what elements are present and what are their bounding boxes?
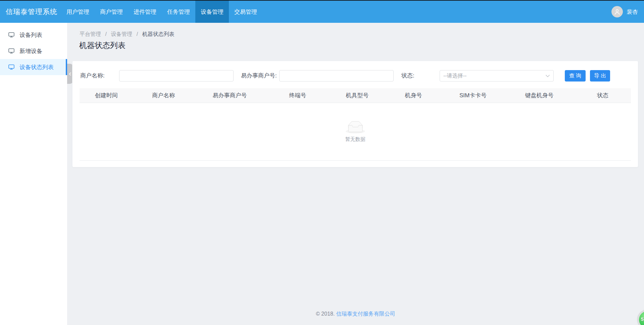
column-header-create-time: 创建时间 [80, 92, 133, 99]
avatar [611, 6, 623, 17]
column-header-machine-model: 机具型号 [330, 92, 385, 99]
content-card: 商户名称: 易办事商户号: 状态: --请选择-- 查 询 导 出 创建时间 商… [72, 61, 638, 167]
nav-item-user-mgmt[interactable]: 用户管理 [61, 1, 95, 23]
breadcrumb-separator: / [137, 31, 138, 37]
username: 裴杏 [627, 8, 638, 16]
breadcrumb: 平台管理 / 设备管理 / 机器状态列表 [80, 31, 175, 38]
status-label: 状态: [401, 70, 414, 82]
chevron-left-icon: ‹ [69, 70, 71, 77]
column-header-ybs-merchant-no: 易办事商户号 [194, 92, 266, 99]
sidebar-item-add-device[interactable]: 新增设备 [0, 43, 67, 59]
sidebar-item-label: 设备状态列表 [19, 63, 54, 71]
nav-label: 用户管理 [66, 8, 89, 16]
monitor-icon [8, 64, 14, 70]
sidebar-item-device-list[interactable]: 设备列表 [0, 27, 67, 43]
main-content: ‹ 平台管理 / 设备管理 / 机器状态列表 机器状态列表 商户名称: 易办事商… [67, 23, 644, 325]
status-select[interactable]: --请选择-- [440, 70, 554, 82]
nav-label: 交易管理 [234, 8, 257, 16]
nav-label: 设备管理 [201, 8, 224, 16]
column-header-sim-card-no: SIM卡卡号 [442, 92, 504, 99]
filter-bar: 商户名称: 易办事商户号: 状态: --请选择-- 查 询 导 出 [80, 70, 631, 82]
merchant-name-input[interactable] [119, 70, 234, 82]
column-header-terminal-no: 终端号 [266, 92, 330, 99]
nav-label: 任务管理 [167, 8, 190, 16]
table-header-row: 创建时间 商户名称 易办事商户号 终端号 机具型号 机身号 SIM卡卡号 键盘机… [80, 88, 631, 103]
nav-item-trade-mgmt[interactable]: 交易管理 [229, 1, 262, 23]
copyright-text: © 2018. [316, 311, 335, 317]
monitor-icon [8, 32, 14, 38]
search-button[interactable]: 查 询 [565, 70, 586, 82]
merchant-name-label: 商户名称: [80, 70, 105, 82]
empty-text: 暂无数据 [345, 136, 365, 143]
monitor-icon [8, 48, 14, 54]
app-header: 信瑞泰管理系统 用户管理 商户管理 进件管理 任务管理 设备管理 交易管理 裴杏 [0, 1, 644, 23]
export-button[interactable]: 导 出 [590, 70, 610, 82]
chevron-down-icon [545, 74, 550, 77]
column-header-merchant-name: 商户名称 [133, 92, 194, 99]
nav-item-intake-mgmt[interactable]: 进件管理 [128, 1, 162, 23]
app-logo: 信瑞泰管理系统 [0, 1, 61, 23]
sidebar-item-device-status-list[interactable]: 设备状态列表 [0, 59, 67, 75]
main-nav: 用户管理 商户管理 进件管理 任务管理 设备管理 交易管理 [61, 1, 262, 23]
page-layout: 设备列表 新增设备 设备状态列表 ‹ 平台管理 / 设备管理 / 机器状态列表 … [0, 23, 644, 325]
company-link[interactable]: 信瑞泰支付服务有限公司 [336, 311, 395, 317]
column-header-keyboard-body-no: 键盘机身号 [504, 92, 575, 99]
column-header-status: 状态 [575, 92, 631, 99]
header-user-area[interactable]: 裴杏 [611, 1, 644, 23]
column-header-body-no: 机身号 [385, 92, 442, 99]
sidebar-item-label: 设备列表 [19, 31, 42, 39]
nav-label: 商户管理 [100, 8, 123, 16]
ybs-merchant-no-input[interactable] [279, 70, 394, 82]
sidebar: 设备列表 新增设备 设备状态列表 [0, 23, 67, 325]
page-title: 机器状态列表 [79, 40, 126, 51]
status-select-value: --请选择-- [443, 72, 466, 79]
nav-label: 进件管理 [134, 8, 156, 16]
overlay-badge-count: 57 [641, 317, 644, 322]
breadcrumb-item-current: 机器状态列表 [142, 31, 175, 37]
ybs-merchant-no-label: 易办事商户号: [241, 70, 277, 82]
table-empty-state: 暂无数据 [80, 103, 631, 161]
nav-item-task-mgmt[interactable]: 任务管理 [162, 1, 195, 23]
breadcrumb-item-platform[interactable]: 平台管理 [80, 31, 101, 37]
breadcrumb-item-device-mgmt[interactable]: 设备管理 [111, 31, 132, 37]
page-footer: © 2018. 信瑞泰支付服务有限公司 [67, 311, 644, 318]
nav-item-device-mgmt[interactable]: 设备管理 [195, 1, 229, 23]
breadcrumb-separator: / [105, 31, 106, 37]
user-icon [614, 8, 621, 15]
empty-inbox-icon [346, 121, 365, 133]
sidebar-item-label: 新增设备 [19, 47, 42, 55]
nav-item-merchant-mgmt[interactable]: 商户管理 [95, 1, 128, 23]
